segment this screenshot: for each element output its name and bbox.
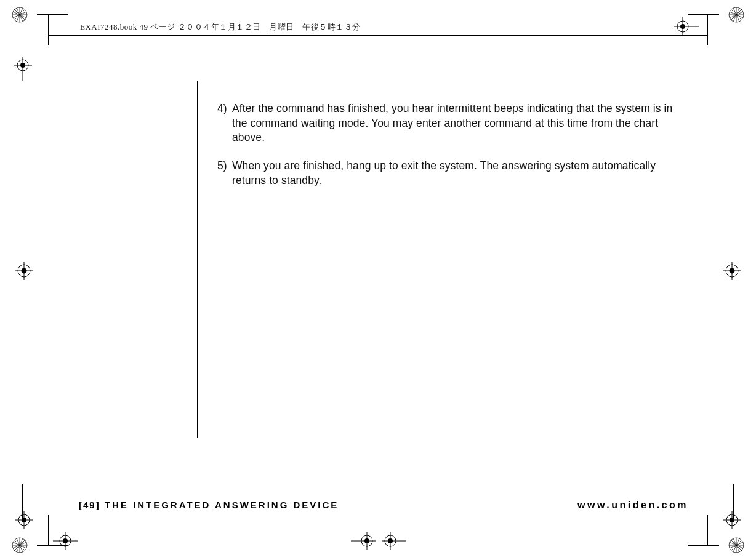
crop-line — [688, 14, 719, 15]
reg-mark-tr — [728, 6, 745, 23]
crop-line — [707, 14, 708, 45]
list-item-text: After the command has finished, you hear… — [232, 102, 685, 145]
registration-cross-icon — [723, 262, 741, 280]
registration-cross-icon — [382, 532, 406, 550]
registration-cross-icon — [15, 262, 33, 280]
registration-cross-icon — [14, 57, 32, 81]
sunburst-icon — [728, 537, 745, 554]
crop-line — [688, 545, 719, 546]
crop-line — [707, 515, 708, 546]
list-item-number: 5) — [217, 159, 232, 188]
crop-line — [37, 14, 68, 15]
reg-mark-br — [728, 537, 745, 554]
sunburst-icon — [11, 6, 28, 23]
footer-url: www.uniden.com — [577, 500, 688, 511]
crop-line — [37, 545, 68, 546]
crop-line — [48, 14, 49, 45]
section-divider — [197, 81, 198, 438]
list-item: 4) After the command has finished, you h… — [217, 102, 685, 145]
registration-cross-icon — [674, 17, 699, 36]
crop-line — [48, 35, 708, 36]
crop-line — [48, 515, 49, 546]
sunburst-icon — [728, 6, 745, 23]
footer-left: [49] THE INTEGRATED ANSWERING DEVICE — [79, 500, 339, 510]
list-item: 5) When you are finished, hang up to exi… — [217, 159, 685, 188]
registration-cross-icon — [351, 532, 376, 550]
list-item-number: 4) — [217, 102, 232, 145]
page-number: [49] — [79, 500, 100, 510]
reg-mark-tl — [11, 6, 28, 23]
list-item-text: When you are finished, hang up to exit t… — [232, 159, 685, 188]
instruction-list: 4) After the command has finished, you h… — [217, 102, 685, 201]
registration-cross-icon — [15, 511, 33, 529]
page-footer: [49] THE INTEGRATED ANSWERING DEVICE www… — [79, 500, 688, 511]
registration-cross-icon — [53, 532, 78, 550]
sunburst-icon — [11, 537, 28, 554]
section-title: THE INTEGRATED ANSWERING DEVICE — [105, 500, 339, 510]
print-header-text: EXAI7248.book 49 ページ ２００４年１月１２日 月曜日 午後５時… — [80, 22, 361, 33]
reg-mark-bl — [11, 537, 28, 554]
registration-cross-icon — [723, 511, 741, 529]
